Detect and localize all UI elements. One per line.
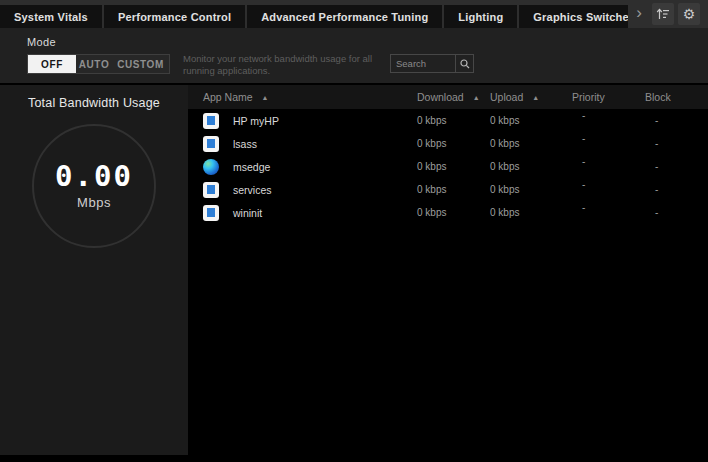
upload-value: 0 kbps — [490, 161, 572, 172]
search-icon — [460, 55, 470, 73]
download-value: 0 kbps — [417, 161, 490, 172]
block-value[interactable]: - — [645, 207, 708, 218]
block-value[interactable]: - — [645, 115, 708, 126]
settings-button[interactable]: ⚙ — [678, 3, 700, 25]
upload-value: 0 kbps — [490, 138, 572, 149]
tab-label: Advanced Performance Tuning — [261, 11, 428, 23]
tab-label: Lighting — [458, 11, 503, 23]
bandwidth-unit: Mbps — [77, 195, 111, 210]
download-value: 0 kbps — [417, 207, 490, 218]
mode-option-custom[interactable]: CUSTOM — [112, 55, 169, 73]
table-header-row: App Name ▲ Download ▲ Upload ▲ Priority … — [188, 85, 708, 109]
priority-value[interactable]: - — [572, 110, 645, 121]
priority-value[interactable]: - — [572, 133, 645, 144]
column-label: App Name — [203, 91, 253, 103]
column-label: Upload — [490, 91, 523, 103]
column-header-priority[interactable]: Priority — [572, 91, 645, 103]
table-row[interactable]: wininit 0 kbps 0 kbps - - — [188, 201, 708, 224]
column-header-upload[interactable]: Upload ▲ — [490, 91, 572, 103]
apps-table: App Name ▲ Download ▲ Upload ▲ Priority … — [188, 85, 708, 462]
app-name: lsass — [233, 138, 257, 150]
app-cell: wininit — [188, 205, 417, 221]
tab-label: Graphics Switcher — [533, 11, 628, 23]
tab-order-button[interactable] — [652, 3, 674, 25]
column-header-download[interactable]: Download ▲ — [417, 91, 490, 103]
block-value[interactable]: - — [645, 184, 708, 195]
tab-bar: System Vitals Performance Control Advanc… — [0, 0, 708, 28]
priority-value[interactable]: - — [572, 179, 645, 190]
generic-app-icon — [203, 113, 219, 129]
table-row[interactable]: msedge 0 kbps 0 kbps - - — [188, 155, 708, 178]
generic-app-icon — [203, 136, 219, 152]
upload-value: 0 kbps — [490, 115, 572, 126]
network-booster-page: System Vitals Performance Control Advanc… — [0, 0, 708, 462]
column-header-app-name[interactable]: App Name ▲ — [188, 91, 417, 103]
search-box — [390, 54, 474, 73]
download-value: 0 kbps — [417, 184, 490, 195]
search-button[interactable] — [455, 55, 473, 72]
tab-label: Performance Control — [118, 11, 231, 23]
bandwidth-gauge: 0.00 Mbps — [32, 124, 156, 248]
mode-option-auto[interactable]: AUTO — [76, 55, 112, 73]
tab-system-vitals[interactable]: System Vitals — [0, 5, 102, 28]
upload-value: 0 kbps — [490, 207, 572, 218]
tab-lighting[interactable]: Lighting — [444, 5, 517, 28]
table-body: HP myHP 0 kbps 0 kbps - - lsass 0 kbps 0… — [188, 109, 708, 224]
gear-icon: ⚙ — [683, 7, 696, 21]
mode-segmented-control: OFF AUTO CUSTOM — [27, 54, 170, 74]
edge-icon — [203, 159, 219, 175]
mode-option-off[interactable]: OFF — [28, 55, 76, 73]
mode-bar: Mode OFF AUTO CUSTOM Monitor your networ… — [0, 28, 708, 84]
block-value[interactable]: - — [645, 138, 708, 149]
mode-description: Monitor your network bandwidth usage for… — [183, 53, 383, 77]
priority-value[interactable]: - — [572, 156, 645, 167]
generic-app-icon — [203, 182, 219, 198]
column-label: Block — [645, 91, 671, 103]
bandwidth-panel-title: Total Bandwidth Usage — [0, 96, 188, 110]
tab-label: System Vitals — [14, 11, 88, 23]
mode-label: Mode — [27, 36, 56, 48]
table-row[interactable]: lsass 0 kbps 0 kbps - - — [188, 132, 708, 155]
content-area: Total Bandwidth Usage 0.00 Mbps App Name… — [0, 85, 708, 462]
tab-graphics-switcher[interactable]: Graphics Switcher — [519, 5, 628, 28]
app-name: wininit — [233, 207, 262, 219]
tabs-overflow-chevron-icon[interactable]: › — [628, 0, 650, 28]
table-row[interactable]: services 0 kbps 0 kbps - - — [188, 178, 708, 201]
table-row[interactable]: HP myHP 0 kbps 0 kbps - - — [188, 109, 708, 132]
generic-app-icon — [203, 205, 219, 221]
search-input[interactable] — [391, 55, 455, 72]
column-label: Priority — [572, 91, 605, 103]
app-cell: services — [188, 182, 417, 198]
app-name: HP myHP — [233, 115, 279, 127]
app-cell: HP myHP — [188, 113, 417, 129]
tab-advanced-performance-tuning[interactable]: Advanced Performance Tuning — [247, 5, 442, 28]
column-label: Download — [417, 91, 464, 103]
sort-asc-icon: ▲ — [473, 94, 480, 101]
app-cell: msedge — [188, 159, 417, 175]
sort-asc-icon: ▲ — [262, 94, 269, 101]
column-header-block[interactable]: Block — [645, 91, 708, 103]
app-name: services — [233, 184, 272, 196]
priority-value[interactable]: - — [572, 202, 645, 213]
sort-lines-icon — [656, 8, 670, 20]
upload-value: 0 kbps — [490, 184, 572, 195]
bandwidth-panel: Total Bandwidth Usage 0.00 Mbps — [0, 85, 188, 455]
tab-performance-control[interactable]: Performance Control — [104, 5, 245, 28]
download-value: 0 kbps — [417, 115, 490, 126]
sort-asc-icon: ▲ — [532, 94, 539, 101]
app-cell: lsass — [188, 136, 417, 152]
block-value[interactable]: - — [645, 161, 708, 172]
app-name: msedge — [233, 161, 270, 173]
tabs-viewport: System Vitals Performance Control Advanc… — [0, 0, 628, 28]
bandwidth-value: 0.00 — [55, 162, 133, 191]
download-value: 0 kbps — [417, 138, 490, 149]
